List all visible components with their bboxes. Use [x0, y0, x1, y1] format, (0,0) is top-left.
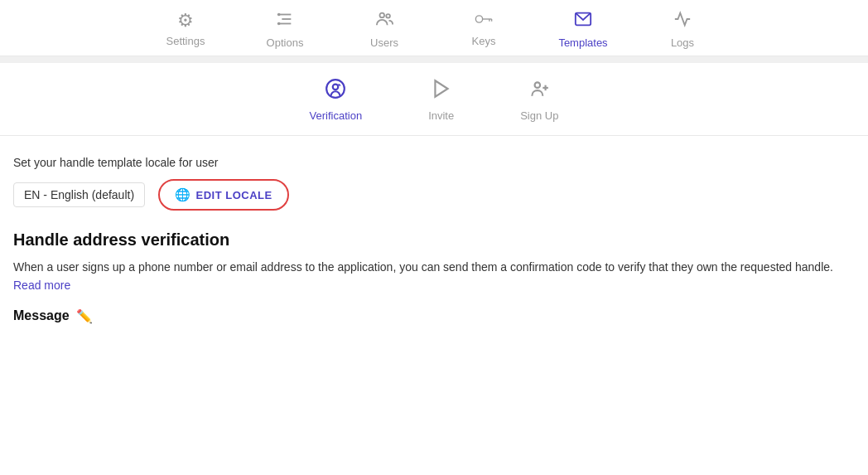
sub-nav-label-verification: Verification	[310, 109, 363, 122]
nav-item-users[interactable]: Users	[359, 10, 409, 49]
users-icon	[375, 10, 393, 32]
nav-label-logs: Logs	[671, 36, 694, 49]
message-section-heading: Message ✏️	[13, 308, 855, 324]
options-icon	[276, 10, 294, 32]
nav-item-settings[interactable]: ⚙ Settings	[161, 12, 210, 47]
nav-item-logs[interactable]: Logs	[658, 10, 707, 49]
edit-pencil-icon[interactable]: ✏️	[76, 308, 93, 324]
sub-nav-label-invite: Invite	[428, 109, 454, 122]
logs-icon	[673, 10, 692, 32]
keys-icon	[475, 12, 493, 30]
nav-label-keys: Keys	[472, 35, 496, 47]
read-more-link[interactable]: Read more	[13, 279, 70, 292]
edit-locale-button[interactable]: 🌐 EDIT LOCALE	[158, 179, 289, 211]
globe-icon: 🌐	[175, 187, 191, 202]
sub-navigation: Verification Invite Sign Up	[0, 63, 868, 136]
svg-point-5	[380, 13, 385, 18]
section-desc-text: When a user signs up a phone number or e…	[13, 260, 833, 274]
top-navigation: ⚙ Settings Options	[0, 0, 868, 56]
nav-item-keys[interactable]: Keys	[459, 12, 509, 47]
sub-header-bar	[0, 56, 868, 63]
section-title: Handle address verification	[13, 230, 855, 250]
svg-point-13	[333, 85, 339, 90]
svg-point-7	[475, 16, 482, 22]
message-label: Message	[13, 308, 70, 323]
templates-icon	[574, 10, 592, 32]
invite-icon	[431, 78, 452, 104]
svg-point-3	[277, 13, 281, 17]
verification-icon	[325, 78, 346, 104]
nav-label-settings: Settings	[166, 35, 205, 47]
nav-item-options[interactable]: Options	[260, 10, 310, 49]
locale-value: EN - English (default)	[13, 182, 145, 207]
locale-row: EN - English (default) 🌐 EDIT LOCALE	[13, 179, 855, 211]
section-description: When a user signs up a phone number or e…	[13, 258, 855, 295]
nav-label-options: Options	[267, 36, 304, 49]
nav-label-users: Users	[370, 36, 398, 49]
svg-point-6	[386, 14, 390, 18]
svg-point-15	[535, 82, 541, 88]
edit-locale-label: EDIT LOCALE	[196, 189, 272, 201]
main-content: Set your handle template locale for user…	[0, 136, 868, 344]
sub-nav-label-signup: Sign Up	[520, 109, 558, 122]
signup-icon	[528, 78, 550, 104]
sub-nav-verification[interactable]: Verification	[310, 78, 363, 122]
nav-item-templates[interactable]: Templates	[558, 10, 608, 49]
locale-label: Set your handle template locale for user	[13, 156, 855, 169]
sub-nav-invite[interactable]: Invite	[428, 78, 454, 122]
svg-point-4	[277, 22, 281, 26]
sub-nav-signup[interactable]: Sign Up	[520, 78, 558, 122]
svg-marker-14	[435, 80, 447, 97]
nav-label-templates: Templates	[558, 36, 607, 49]
settings-icon: ⚙	[177, 12, 194, 30]
